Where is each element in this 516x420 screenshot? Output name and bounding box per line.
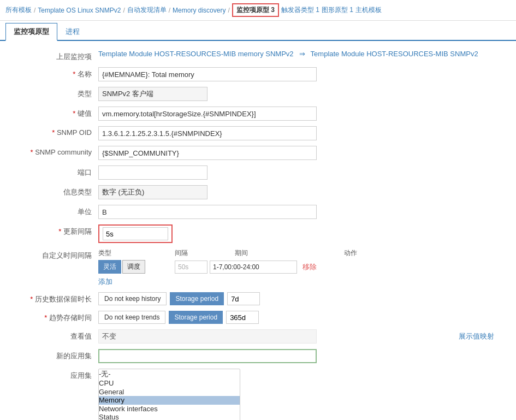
key-value [98,107,505,121]
history-value: Do not keep history Storage period [98,292,505,305]
unit-label: 单位 [11,205,98,217]
custom-interval-label: 自定义时间间隔 [11,249,98,261]
parent-monitor-label: 上层监控项 [11,50,98,62]
parent-monitor-row: 上层监控项 Template Module HOST-RESOURCES-MIB… [11,50,505,62]
app-option-cpu[interactable]: CPU [99,379,240,388]
new-app-value [98,349,505,363]
parent-link2[interactable]: Template Module HOST-RESOURCES-MIB SNMPv… [311,50,478,58]
update-interval-row: 更新间隔 [11,224,505,243]
port-value [98,165,505,180]
lookup-row: 查看值 不变 展示值映射 [11,329,505,344]
type-value [98,87,505,101]
port-row: 端口 [11,165,505,180]
snmp-community-value [98,146,505,160]
key-row: 键值 [11,107,505,121]
nav-memory-discovery[interactable]: Memory discovery [173,7,226,14]
add-interval-link[interactable]: 添加 [98,277,505,287]
form-container: 上层监控项 Template Module HOST-RESOURCES-MIB… [0,41,516,420]
port-input[interactable] [98,165,207,180]
snmp-oid-value [98,126,505,140]
col-action-header: 动作 [344,249,388,258]
sep1: / [34,7,35,14]
info-type-value [98,185,505,199]
period-input[interactable] [210,261,297,274]
remove-link[interactable]: 移除 [303,262,317,272]
btn-flexible[interactable]: 灵活 [98,260,121,274]
col-interval-header: 间隔 [175,249,235,258]
parent-link1[interactable]: Template Module HOST-RESOURCES-MIB memor… [98,50,294,58]
app-listbox[interactable]: -无- CPU General Memory Network interface… [98,369,240,420]
name-row: 名称 [11,67,505,81]
app-option-status[interactable]: Status [99,413,240,420]
history-no-keep-btn[interactable]: Do not keep history [98,292,167,305]
parent-monitor-value: Template Module HOST-RESOURCES-MIB memor… [98,50,505,58]
trend-row: 趋势存储时间 Do not keep trends Storage period [11,311,505,324]
type-input[interactable] [98,87,207,101]
snmp-oid-input[interactable] [98,126,317,140]
unit-value [98,205,505,219]
nav-trigger-type[interactable]: 触发器类型 1 [281,5,319,15]
sep2: / [123,7,124,14]
new-app-label: 新的应用集 [11,349,98,361]
history-days-input[interactable] [227,292,260,305]
nav-template-os[interactable]: Template OS Linux SNMPv2 [38,7,121,14]
name-label: 名称 [11,67,98,79]
key-label: 键值 [11,107,98,119]
update-interval-label: 更新间隔 [11,224,98,236]
unit-row: 单位 [11,205,505,219]
type-row: 类型 [11,87,505,101]
app-value: -无- CPU General Memory Network interface… [98,369,505,420]
key-input[interactable] [98,107,317,121]
sep3: / [169,7,170,14]
custom-interval-container: 类型 间隔 期间 动作 灵活 调度 移除 添加 [98,249,505,287]
app-label: 应用集 [11,369,98,381]
type-label: 类型 [11,87,98,99]
nav-active-tab: 监控项原型 3 [232,3,279,17]
update-interval-input[interactable] [103,227,168,240]
lookup-value: 不变 [98,329,317,344]
history-label: 历史数据保留时长 [11,292,98,304]
custom-interval-header: 类型 间隔 期间 动作 [98,249,505,258]
info-type-input[interactable] [98,185,207,199]
col-type-header: 类型 [98,249,175,258]
port-label: 端口 [11,165,98,178]
app-row: 应用集 -无- CPU General Memory Network inter… [11,369,505,420]
value-map-link[interactable]: 展示值映射 [459,332,505,341]
app-option-network[interactable]: Network interfaces [99,405,240,413]
parent-arrow: ⇒ [299,50,305,58]
info-type-row: 信息类型 [11,185,505,199]
nav-graph-type[interactable]: 图形原型 1 [322,5,353,15]
history-storage-btn[interactable]: Storage period [170,292,224,305]
trend-days-input[interactable] [226,311,259,324]
snmp-oid-label: SNMP OID [11,126,98,137]
nav-all-templates[interactable]: 所有模板 [5,5,32,15]
trend-label: 趋势存储时间 [11,311,98,323]
trend-no-keep-btn[interactable]: Do not keep trends [98,311,165,324]
update-interval-wrapper [98,224,173,243]
info-type-label: 信息类型 [11,185,98,197]
custom-interval-data-row: 灵活 调度 移除 [98,260,505,274]
trend-storage-btn[interactable]: Storage period [169,311,223,324]
app-option-none[interactable]: -无- [99,369,240,379]
app-option-memory[interactable]: Memory [99,396,240,405]
tab-process[interactable]: 进程 [57,23,88,41]
snmp-community-input[interactable] [98,146,317,160]
tab-monitor-prototype[interactable]: 监控项原型 [5,23,57,41]
history-row: 历史数据保留时长 Do not keep history Storage per… [11,292,505,305]
breadcrumb: 所有模板 / Template OS Linux SNMPv2 / 自动发现清单… [0,0,516,21]
name-value [98,67,505,81]
tab-bar: 监控项原型 进程 [0,23,516,41]
unit-input[interactable] [98,205,317,219]
trend-value: Do not keep trends Storage period [98,311,505,324]
nav-autodiscovery[interactable]: 自动发现清单 [127,5,167,15]
btn-schedule[interactable]: 调度 [122,260,145,274]
nav-host-template[interactable]: 主机模板 [355,5,382,15]
app-option-general[interactable]: General [99,388,240,397]
lookup-value-container: 不变 展示值映射 [98,329,505,344]
snmp-community-row: SNMP community [11,146,505,160]
interval-input[interactable] [175,261,207,274]
new-app-input[interactable] [98,349,317,363]
name-input[interactable] [98,67,317,81]
new-app-row: 新的应用集 [11,349,505,363]
custom-interval-row: 自定义时间间隔 类型 间隔 期间 动作 灵活 调度 移除 添加 [11,249,505,287]
